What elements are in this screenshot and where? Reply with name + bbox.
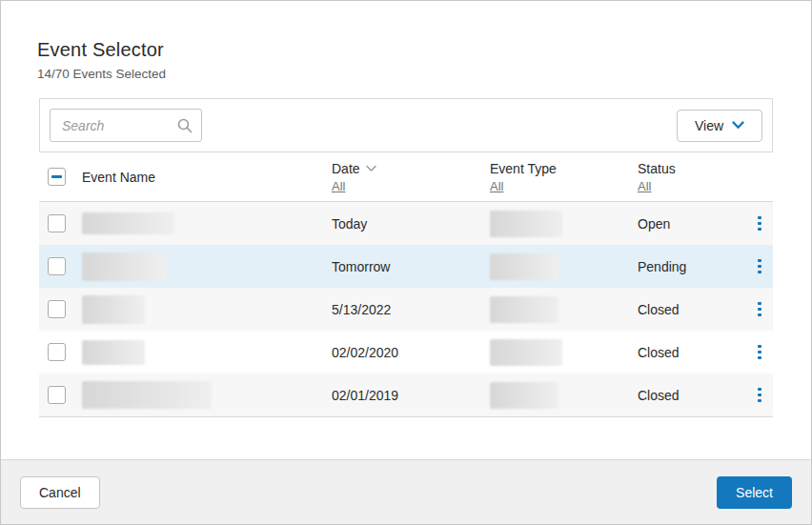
kebab-menu-icon[interactable] (744, 298, 775, 321)
column-header-status: Status All (638, 161, 744, 193)
event-name-cell (82, 212, 332, 234)
row-checkbox[interactable] (48, 214, 66, 232)
titlebar: Event Selector 14/70 Events Selected (1, 1, 811, 98)
view-button[interactable]: View (677, 110, 762, 142)
event-type-cell (490, 211, 638, 237)
event-type-cell (490, 253, 638, 280)
row-checkbox-cell (39, 257, 82, 275)
cancel-button[interactable]: Cancel (20, 476, 100, 509)
content-spacer (1, 417, 811, 459)
date-cell: Tomorrow (332, 259, 490, 274)
row-checkbox[interactable] (48, 386, 66, 404)
redacted-event-name (82, 252, 166, 281)
events-table: Event Name Date All Event Type All Statu… (39, 152, 773, 417)
column-header-event-name: Event Name (82, 170, 332, 185)
event-name-cell (82, 381, 332, 409)
kebab-menu-icon[interactable] (744, 212, 775, 235)
redacted-event-name (82, 340, 145, 365)
redacted-event-type (490, 339, 562, 366)
row-checkbox-cell (39, 343, 82, 361)
table-row[interactable]: 02/02/2020 Closed (39, 331, 773, 374)
event-name-cell (82, 252, 332, 281)
date-filter-link[interactable]: All (332, 179, 345, 193)
checkmark (51, 347, 62, 357)
status-cell: Closed (638, 388, 744, 403)
table-row[interactable]: Today Open (39, 202, 773, 245)
footer: Cancel Select (1, 459, 811, 524)
redacted-event-name (82, 212, 174, 234)
redacted-event-type (490, 211, 562, 237)
event-type-filter-link[interactable]: All (490, 179, 503, 193)
kebab-menu-icon[interactable] (744, 341, 775, 364)
toolbar: View (39, 98, 773, 152)
row-checkbox-cell (39, 386, 82, 404)
row-checkbox[interactable] (48, 300, 66, 318)
status-cell: Pending (638, 259, 744, 274)
kebab-menu-icon[interactable] (744, 255, 775, 278)
redacted-event-name (82, 381, 212, 409)
redacted-event-type (490, 253, 558, 280)
redacted-event-type (490, 296, 558, 323)
event-name-cell (82, 295, 332, 324)
event-name-cell (82, 340, 332, 365)
table-row[interactable]: 5/13/2022 Closed (39, 288, 773, 331)
row-checkbox-cell (39, 300, 82, 318)
row-checkbox[interactable] (48, 257, 66, 275)
event-type-cell (490, 339, 638, 366)
date-column-label: Date (332, 161, 360, 176)
status-filter-link[interactable]: All (638, 179, 651, 193)
status-cell: Open (638, 216, 744, 232)
header-checkbox-cell (39, 168, 82, 186)
view-button-label: View (695, 118, 723, 133)
table-body: Today Open Tomorrow Pending (39, 202, 773, 417)
select-all-checkbox[interactable] (48, 168, 66, 186)
status-cell: Closed (638, 345, 744, 360)
kebab-menu-icon[interactable] (744, 384, 775, 407)
redacted-event-name (82, 295, 145, 324)
event-selector-dialog: Event Selector 14/70 Events Selected Vie… (0, 0, 812, 525)
date-cell: Today (332, 216, 490, 232)
sort-chevron-down-icon[interactable] (366, 165, 376, 172)
table-header-row: Event Name Date All Event Type All Statu… (39, 152, 773, 202)
row-checkbox-cell (39, 214, 82, 232)
page-title: Event Selector (37, 39, 775, 61)
redacted-event-type (490, 382, 558, 409)
column-header-event-type: Event Type All (490, 161, 638, 193)
search-field-wrap (50, 109, 202, 142)
select-button[interactable]: Select (717, 476, 792, 509)
checkmark (51, 218, 62, 229)
selected-count: 14/70 Events Selected (37, 67, 775, 81)
indeterminate-mark (51, 175, 62, 178)
event-type-cell (490, 296, 638, 323)
table-row[interactable]: Tomorrow Pending (39, 245, 773, 288)
date-cell: 02/01/2019 (332, 388, 490, 403)
status-cell: Closed (638, 302, 744, 317)
date-cell: 02/02/2020 (332, 345, 490, 360)
checkmark (51, 261, 62, 272)
row-checkbox[interactable] (48, 343, 66, 361)
date-cell: 5/13/2022 (332, 302, 490, 317)
table-row[interactable]: 02/01/2019 Closed (39, 374, 773, 416)
chevron-down-icon (732, 121, 744, 130)
event-type-cell (490, 382, 638, 409)
search-input[interactable] (50, 109, 202, 142)
column-header-date: Date All (332, 161, 490, 193)
checkmark (51, 304, 62, 314)
